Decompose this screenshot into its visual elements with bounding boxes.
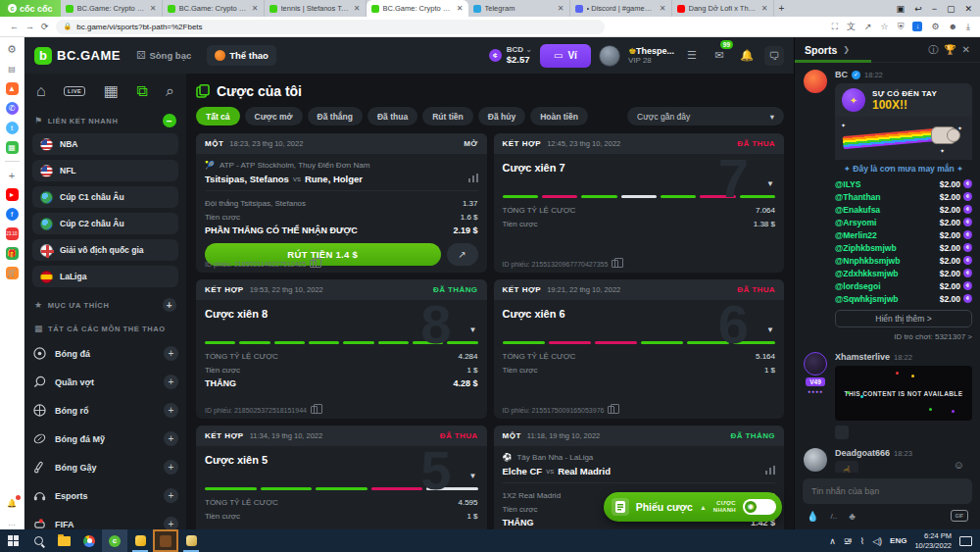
copy-icon[interactable] — [311, 406, 318, 414]
browser-tab[interactable]: BC.Game: Crypto Casino✕ — [367, 0, 468, 17]
game-id-link[interactable]: ID trò chơi: 5321307 > — [835, 327, 972, 343]
browser-tab[interactable]: tennis | Stefanos Tsitsipa✕ — [265, 0, 367, 17]
winner-username[interactable]: @Nnphkbsmjwb — [835, 256, 900, 266]
sidebar-quick-link[interactable]: Giải vô địch quốc gia — [32, 239, 178, 261]
chat-username[interactable]: Xhamsterlive — [835, 352, 890, 362]
sidebar-sport-esports[interactable]: Esports+ — [32, 481, 178, 510]
browser-tab[interactable]: BC.Game: Crypto Casino✕ — [163, 0, 265, 17]
microphone-icon[interactable]: ⌇ — [860, 536, 864, 546]
calendar-sale-icon[interactable]: 23.10 — [6, 227, 19, 240]
bcgame-logo[interactable]: b BC.GAME — [34, 47, 121, 65]
gift-icon[interactable]: 🎁 — [6, 247, 19, 260]
bell-icon[interactable]: 🔔 — [737, 46, 757, 66]
winner-username[interactable]: @ILYS — [835, 179, 860, 189]
browser-tab[interactable]: BC.Game: Crypto Casino✕ — [61, 0, 163, 17]
extensions-icon[interactable]: ⚙ — [931, 22, 939, 31]
bet-card[interactable]: KẾT HỢP19:21, 22 thg 10, 2022ĐÃ THUACược… — [494, 279, 785, 419]
schedule-calendar-icon[interactable]: ▦ — [104, 81, 119, 100]
restore-tab-icon[interactable]: ↩ — [914, 4, 922, 14]
translate-icon[interactable]: 文 — [847, 21, 856, 33]
rain-feature-icon[interactable]: 💧 — [807, 511, 818, 522]
quick-bet-toggle[interactable]: ◉ — [743, 499, 776, 515]
filter-pill[interactable]: Cược mở — [245, 107, 303, 125]
bet-card[interactable]: MỘT18:23, 23 thg 10, 2022MỞ🎾ATP - ATP St… — [196, 133, 487, 273]
tab-close-icon[interactable]: ✕ — [660, 4, 666, 13]
youtube-icon[interactable]: ▸ — [6, 188, 19, 201]
browser-settings-gear-icon[interactable]: ⚙ — [6, 43, 19, 56]
betslip-button[interactable]: Phiếu cược ▲ CƯỢC NHANH ◉ — [604, 492, 782, 522]
winner-username[interactable]: @Arsyomi — [835, 218, 876, 227]
live-icon[interactable]: LIVE — [64, 86, 85, 96]
language-indicator[interactable]: ENG — [890, 536, 906, 545]
chat-commands-icon[interactable]: /.. — [830, 512, 837, 521]
reading-list-icon[interactable]: ▤ — [6, 63, 19, 75]
expand-caret-icon[interactable]: ▼ — [469, 326, 477, 334]
sidebar-sport-fifa[interactable]: FIFA+ — [32, 510, 178, 529]
tab-close-icon[interactable]: ✕ — [457, 4, 464, 13]
sidebar-sport-cricket[interactable]: Bóng Gậy+ — [32, 453, 178, 481]
chat-close-icon[interactable]: ✕ — [962, 44, 970, 55]
match-row[interactable]: Tsitsipas, StefanosvsRune, Holger — [205, 174, 478, 191]
filter-pill[interactable]: Hoàn tiền — [530, 107, 588, 125]
my-bets-icon[interactable]: ⧉ — [136, 82, 147, 100]
winner-username[interactable]: @lordsegoi — [835, 281, 881, 291]
pinned-app-icon[interactable] — [127, 529, 153, 552]
bet-card[interactable]: KẾT HỢP11:34, 19 thg 10, 2022ĐÃ THUACược… — [196, 426, 487, 529]
tab-close-icon[interactable]: ✕ — [558, 4, 564, 13]
start-button[interactable] — [0, 529, 25, 552]
show-more-button[interactable]: Hiển thị thêm > — [835, 310, 972, 327]
winner-username[interactable]: @Thanthan — [835, 192, 881, 202]
more-options-icon[interactable]: … — [6, 517, 19, 529]
gif-keyboard-icon[interactable]: GIF — [951, 510, 968, 522]
sidebar-sport-tennis[interactable]: Quần vợt+ — [32, 368, 178, 396]
network-icon[interactable]: 🖳 — [844, 536, 853, 546]
lucky-clover-icon[interactable]: ♣ — [849, 511, 856, 522]
clock[interactable]: 6:24 PM 10/23/2022 — [914, 531, 952, 550]
winner-username[interactable]: @Sqwhkjsmjwb — [835, 294, 899, 304]
copy-icon[interactable] — [310, 260, 317, 268]
browser-tab[interactable]: • Discord | #games | ...✕ — [570, 0, 672, 17]
tray-expand-icon[interactable]: ∧ — [829, 536, 836, 546]
tab-close-icon[interactable]: ✕ — [761, 4, 768, 13]
twitter-icon[interactable]: t — [6, 122, 19, 134]
forward-button[interactable]: → — [25, 22, 34, 31]
sidebar-quick-link[interactable]: LaLiga — [32, 266, 178, 287]
downloads-tray-icon[interactable]: ⤓ — [966, 22, 970, 32]
expand-sport-button[interactable]: + — [164, 517, 178, 529]
profile-icon[interactable]: ☻ — [949, 22, 957, 31]
facebook-icon[interactable]: f — [6, 208, 19, 221]
expand-sport-button[interactable]: + — [164, 346, 178, 361]
filter-pill[interactable]: Rút tiền — [422, 107, 473, 125]
chat-input[interactable] — [803, 478, 972, 504]
close-window-button[interactable]: ✕ — [964, 4, 972, 14]
user-avatar[interactable] — [804, 352, 827, 376]
mail-icon[interactable]: ✉99 — [710, 46, 729, 66]
chat-username[interactable]: Deadgoat666 — [835, 448, 890, 458]
winner-username[interactable]: @Enakufsa — [835, 205, 880, 215]
winner-username[interactable]: @Ziphkbsmjwb — [835, 243, 897, 253]
promo-card[interactable]: ✦ SỰ CỐ ĐẾN TAY 100X!! — [835, 83, 972, 117]
bc-avatar[interactable] — [804, 70, 827, 93]
copy-icon[interactable] — [612, 260, 618, 268]
chat-messages[interactable]: BC ✓ 18:22 ✦ SỰ CỐ ĐẾN TAY 100X!! ✦ ✦ — [795, 63, 980, 473]
minimize-button[interactable]: − — [932, 4, 937, 14]
share-bet-button[interactable]: ↗ — [447, 243, 478, 266]
winner-username[interactable]: @Zdxhkksmjwb — [835, 269, 899, 278]
filter-pill[interactable]: Tất cả — [196, 107, 240, 125]
sort-dropdown[interactable]: Cược gần đây▾ — [627, 107, 784, 125]
sidebar-quick-link[interactable]: NBA — [32, 133, 178, 155]
expand-caret-icon[interactable]: ▼ — [766, 326, 774, 334]
new-tab-button[interactable]: + — [774, 0, 790, 17]
nav-sports[interactable]: Thể thao — [207, 45, 276, 66]
expand-caret-icon[interactable]: ▼ — [469, 472, 477, 480]
bet-card[interactable]: KẾT HỢP19:53, 22 thg 10, 2022ĐÃ THẮNGCượ… — [196, 279, 487, 419]
tab-close-icon[interactable]: ✕ — [150, 4, 157, 13]
browser-tab[interactable]: Telegram✕ — [468, 0, 570, 17]
copy-icon[interactable] — [608, 406, 614, 414]
sidebar-toggle-icon[interactable]: ▣ — [897, 4, 906, 14]
search-icon[interactable]: ⌕ — [166, 82, 174, 100]
add-favorite-button[interactable]: + — [163, 298, 176, 312]
match-stats-icon[interactable] — [468, 174, 478, 184]
chat-room-tab[interactable]: Sports — [805, 44, 837, 56]
filter-pill[interactable]: Đã thắng — [308, 107, 363, 125]
